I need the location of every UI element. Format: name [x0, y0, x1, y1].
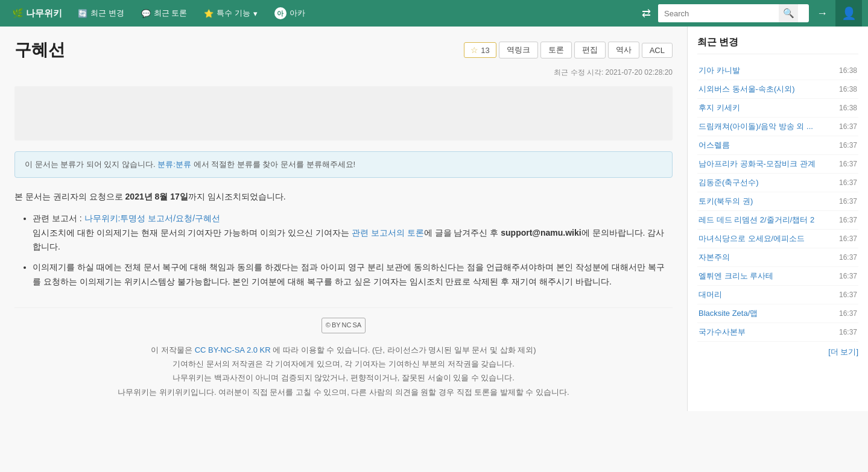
discussion-button[interactable]: 토론: [540, 42, 572, 58]
edit-button[interactable]: 편집: [574, 42, 606, 58]
nav-item-aka[interactable]: 아 아카: [267, 5, 312, 22]
sidebar-item-link[interactable]: 대머리: [699, 289, 834, 300]
recent-discussion-icon: 💬: [141, 9, 151, 18]
acl-button[interactable]: ACL: [642, 43, 673, 58]
sidebar-item-time: 16:37: [839, 234, 857, 243]
nav-item-special[interactable]: ⭐ 특수 기능 ▾: [197, 5, 265, 21]
dropdown-arrow-icon: ▾: [253, 9, 258, 18]
top-navigation: 🌿 나무위키 🔄 최근 변경 💬 최근 토론 ⭐ 특수 기능 ▾ 아 아카 ⇄ …: [0, 0, 868, 27]
logo-text: 나무위키: [26, 8, 62, 19]
search-area: 🔍: [658, 4, 809, 22]
sidebar-item-time: 16:37: [839, 253, 857, 262]
sidebar-item-time: 16:37: [839, 291, 857, 299]
star-icon: ☆: [470, 45, 478, 55]
sidebar-list-item: 김동준(축구선수)16:37: [697, 174, 858, 192]
sidebar-list-item: 후지 키세키16:38: [697, 99, 858, 118]
search-button[interactable]: 🔍: [779, 4, 798, 22]
nav-item-recent-changes[interactable]: 🔄 최근 변경: [71, 5, 131, 21]
sidebar-list-item: 마녀식당으로 오세요/에피소드16:37: [697, 230, 858, 248]
sidebar-list-item: 레드 데드 리뎀션 2/줄거리/챕터 216:37: [697, 211, 858, 230]
star-count: 13: [481, 46, 489, 55]
sidebar-list-item: 대머리16:37: [697, 286, 858, 304]
sidebar-item-link[interactable]: 드림캐쳐(아이돌)/음악 방송 외 ...: [699, 121, 834, 132]
sidebar-items-list: 기아 카니발16:38시외버스 동서울-속초(시외)16:38후지 키세키16:…: [697, 61, 858, 342]
sidebar-list-item: 기아 카니발16:38: [697, 61, 858, 80]
article-bullet-list: 관련 보고서 : 나무위키:투명성 보고서/요청/구혜선 임시조치에 대한 이의…: [14, 212, 673, 289]
notice-box: 이 문서는 분류가 되어 있지 않습니다. 분류:분류 에서 적절한 분류를 찾…: [14, 151, 673, 178]
logo-icon: 🌿: [12, 8, 24, 19]
sidebar-item-link[interactable]: 어스렐름: [699, 140, 834, 151]
footer-copyright-text: 기여하신 문서의 저작권은 각 기여자에게 있으며, 각 기여자는 기여하신 부…: [14, 357, 673, 371]
sidebar-item-link[interactable]: 시외버스 동서울-속초(시외): [699, 84, 834, 95]
sidebar-list-item: 국가수사본부16:37: [697, 323, 858, 342]
sidebar-item-link[interactable]: 레드 데드 리뎀션 2/줄거리/챕터 2: [699, 215, 834, 225]
last-modified: 최근 수정 시각: 2021-07-20 02:28:20: [14, 68, 673, 78]
special-icon: ⭐: [204, 9, 214, 18]
shuffle-button[interactable]: ⇄: [637, 7, 656, 20]
notice-text: 이 문서는 분류가 되어 있지 않습니다.: [25, 160, 156, 169]
sidebar-item-time: 16:37: [839, 122, 857, 131]
bullet-item-2: 이의제기를 하실 때에는 전체 문서 복구에 대해 책임과 동의를 하겠다는 점…: [33, 260, 673, 289]
search-input[interactable]: [658, 4, 779, 22]
footer-cc-text: 이 저작물은 CC BY-NC-SA 2.0 KR 에 따라 이용할 수 있습니…: [14, 343, 673, 357]
sidebar-item-time: 16:37: [839, 178, 857, 187]
notice-link[interactable]: 분류:분류: [157, 160, 191, 169]
go-button[interactable]: →: [811, 0, 833, 27]
sidebar-item-time: 16:37: [839, 328, 857, 336]
recent-changes-icon: 🔄: [78, 9, 87, 18]
sidebar-list-item: 남아프리카 공화국-모잠비크 관계16:37: [697, 155, 858, 174]
backlink-button[interactable]: 역링크: [499, 42, 538, 58]
sidebar-item-time: 16:38: [839, 85, 857, 93]
sidebar-list-item: 자본주의16:37: [697, 248, 858, 267]
sidebar-item-time: 16:37: [839, 160, 857, 168]
user-button[interactable]: 👤: [835, 0, 862, 27]
sidebar-item-time: 16:38: [839, 66, 857, 75]
sidebar-item-link[interactable]: 마녀식당으로 오세요/에피소드: [699, 233, 834, 244]
sidebar-item-link[interactable]: Blacksite Zeta/맵: [699, 308, 834, 319]
article-body: 본 문서는 권리자의 요청으로 2021년 8월 17일까지 임시조치되었습니다…: [14, 190, 673, 289]
site-logo[interactable]: 🌿 나무위키: [6, 5, 68, 22]
sidebar-title: 최근 변경: [697, 36, 858, 54]
star-button[interactable]: ☆ 13: [464, 42, 496, 58]
page-title: 구혜선: [14, 39, 65, 61]
page-layout: 구혜선 ☆ 13 역링크 토론 편집 역사 ACL 최근 수정 시각: 2021…: [0, 27, 868, 411]
sidebar-item-time: 16:38: [839, 104, 857, 112]
sidebar-item-time: 16:37: [839, 141, 857, 149]
notice-text-suffix: 에서 적절한 분류를 찾아 문서를 분류해주세요!: [194, 160, 356, 169]
nav-item-recent-discussion[interactable]: 💬 최근 토론: [134, 5, 195, 21]
admin-notice-paragraph: 본 문서는 권리자의 요청으로 2021년 8월 17일까지 임시조치되었습니다…: [14, 190, 673, 204]
sidebar-item-link[interactable]: 남아프리카 공화국-모잠비크 관계: [699, 159, 834, 169]
advertisement-area: [14, 86, 673, 140]
sidebar-item-link[interactable]: 후지 키세키: [699, 102, 834, 113]
sidebar-list-item: Blacksite Zeta/맵16:37: [697, 304, 858, 323]
sidebar-item-time: 16:37: [839, 197, 857, 206]
bullet-item-1: 관련 보고서 : 나무위키:투명성 보고서/요청/구혜선 임시조치에 대한 이의…: [33, 212, 673, 254]
cc-license-link[interactable]: CC BY-NC-SA 2.0 KR: [195, 345, 271, 354]
sidebar-list-item: 시외버스 동서울-속초(시외)16:38: [697, 80, 858, 99]
sidebar-item-link[interactable]: 기아 카니발: [699, 65, 834, 76]
article-footer: © BY NC SA 이 저작물은 CC BY-NC-SA 2.0 KR 에 따…: [14, 307, 673, 399]
page-actions: ☆ 13 역링크 토론 편집 역사 ACL: [464, 42, 673, 58]
report-discussion-link[interactable]: 관련 보고서의 토론: [352, 228, 424, 238]
sidebar-item-link[interactable]: 엘튀엔 크리노 루사테: [699, 271, 834, 282]
page-title-row: 구혜선 ☆ 13 역링크 토론 편집 역사 ACL: [14, 39, 673, 61]
footer-disclaimer2: 나무위키는 위키위키입니다. 여러분이 직접 문서를 고칠 수 있으며, 다른 …: [14, 385, 673, 399]
sidebar-item-link[interactable]: 국가수사본부: [699, 327, 834, 338]
sidebar-list-item: 토키(북두의 권)16:37: [697, 192, 858, 211]
footer-disclaimer1: 나무위키는 백과사전이 아니며 검증되지 않았거나, 편향적이거나, 잘못된 서…: [14, 371, 673, 385]
sidebar-item-time: 16:37: [839, 272, 857, 280]
sidebar-list-item: 엘튀엔 크리노 루사테16:37: [697, 267, 858, 286]
report-link[interactable]: 나무위키:투명성 보고서/요청/구혜선: [84, 213, 221, 223]
sidebar-item-link[interactable]: 자본주의: [699, 252, 834, 263]
cc-badge: © BY NC SA: [322, 318, 366, 333]
sidebar: 최근 변경 기아 카니발16:38시외버스 동서울-속초(시외)16:38후지 …: [687, 27, 868, 411]
sidebar-list-item: 어스렐름16:37: [697, 136, 858, 155]
aka-icon: 아: [274, 7, 287, 19]
sidebar-item-link[interactable]: 토키(북두의 권): [699, 196, 834, 207]
sidebar-item-time: 16:37: [839, 309, 857, 318]
sidebar-more-link[interactable]: [더 보기]: [828, 347, 858, 356]
sidebar-item-link[interactable]: 김동준(축구선수): [699, 177, 834, 188]
history-button[interactable]: 역사: [608, 42, 639, 58]
sidebar-item-time: 16:37: [839, 216, 857, 224]
main-content: 구혜선 ☆ 13 역링크 토론 편집 역사 ACL 최근 수정 시각: 2021…: [0, 27, 687, 411]
